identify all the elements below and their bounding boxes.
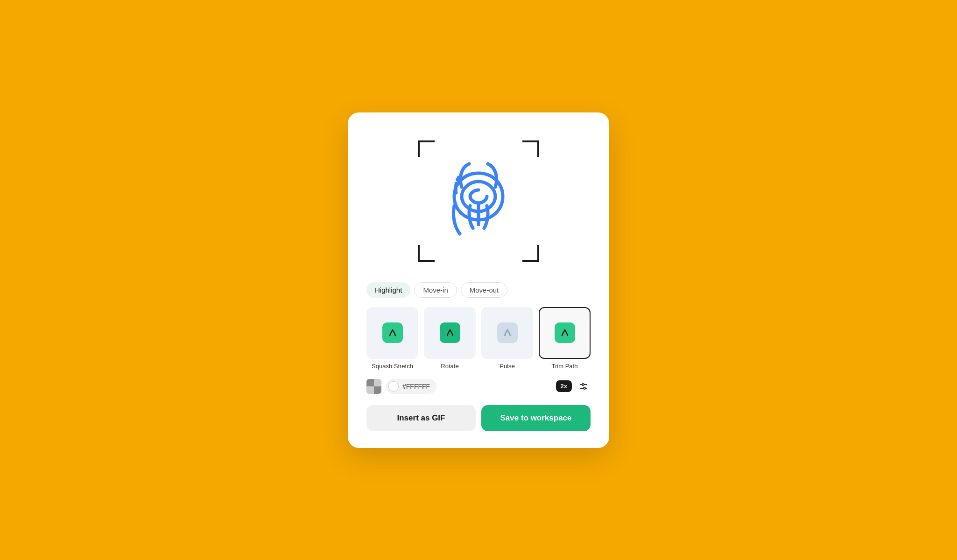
corner-bl (418, 245, 435, 262)
anim-icon-trim-path (555, 322, 575, 343)
anim-card-rotate[interactable] (424, 307, 476, 359)
animation-grid: Squash Stretch Rotate Pulse (366, 307, 591, 370)
checker-icon[interactable] (366, 379, 381, 394)
preview-area (366, 131, 591, 271)
buttons-row: Insert as GIF Save to workspace (366, 405, 591, 431)
anim-item-squash-stretch[interactable]: Squash Stretch (366, 307, 418, 370)
color-picker[interactable]: #FFFFFF (386, 379, 436, 394)
color-swatch (388, 381, 399, 392)
corner-tl (418, 140, 435, 157)
svg-rect-1 (374, 379, 381, 386)
anim-label-pulse: Pulse (500, 363, 515, 370)
controls-row: #FFFFFF 2x (366, 379, 591, 394)
svg-rect-2 (366, 386, 374, 394)
svg-rect-3 (374, 386, 381, 394)
anim-label-squash-stretch: Squash Stretch (372, 363, 413, 370)
anim-item-trim-path[interactable]: Trim Path (539, 307, 591, 370)
speed-badge[interactable]: 2x (556, 380, 572, 392)
tabs-container: Highlight Move-in Move-out (366, 282, 591, 298)
tab-move-out[interactable]: Move-out (461, 282, 508, 298)
anim-label-rotate: Rotate (441, 363, 458, 370)
insert-gif-button[interactable]: Insert as GIF (366, 405, 476, 431)
anim-card-squash-stretch[interactable] (366, 307, 418, 359)
anim-icon-pulse (497, 322, 518, 343)
anim-card-trim-path[interactable] (539, 307, 591, 359)
tab-move-in[interactable]: Move-in (414, 282, 457, 298)
tab-highlight[interactable]: Highlight (366, 282, 410, 298)
anim-label-trim-path: Trim Path (552, 363, 578, 370)
scan-frame (418, 140, 539, 262)
corner-br (522, 245, 539, 262)
anim-icon-rotate (440, 322, 460, 343)
svg-rect-0 (366, 379, 374, 386)
save-to-workspace-button[interactable]: Save to workspace (481, 405, 591, 431)
animation-modal: Highlight Move-in Move-out Squash Stretc… (348, 112, 609, 448)
corner-tr (522, 140, 539, 157)
color-hex-value: #FFFFFF (402, 383, 430, 390)
anim-card-pulse[interactable] (481, 307, 533, 359)
anim-item-rotate[interactable]: Rotate (424, 307, 476, 370)
settings-icon[interactable] (577, 379, 591, 393)
anim-item-pulse[interactable]: Pulse (481, 307, 533, 370)
anim-icon-squash-stretch (382, 322, 403, 343)
